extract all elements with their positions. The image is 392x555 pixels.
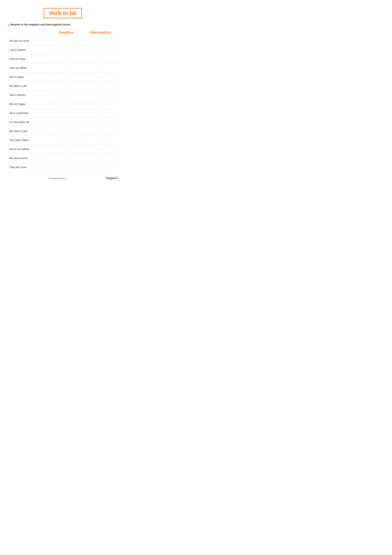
exercise-row: - She is thirteen. . . . . . . . . . . .… [8, 90, 118, 100]
negative-dots: . . . . . . . . . . . . . . . . . . [49, 163, 83, 172]
negative-dots: . . . . . . . . . . . . . . . . . . [49, 82, 83, 90]
page-number: 3 [116, 176, 118, 180]
negative-dots: . . . . . . . . . . . . . . . . . . [49, 37, 83, 45]
negative-dots: . . . . . . . . . . . . . . . . . . [49, 118, 83, 127]
sentence-text: - They are smart. [8, 164, 49, 170]
negative-dots: . . . . . . . . . . . . . . . . . . [49, 127, 83, 136]
sentence-text: - She is my mother. [8, 146, 49, 152]
interrogative-dots: . . . . . . . . . . . . . . . . . . [83, 127, 118, 136]
negative-dots: . . . . . . . . . . . . . . . . . . [49, 154, 83, 163]
exercise-row: - Patrick is tired. . . . . . . . . . . … [8, 54, 118, 63]
footer: © Pianetabambini.it Pagina 3 [8, 175, 118, 180]
negative-dots: . . . . . . . . . . . . . . . . . . [49, 91, 83, 100]
exercise-rows: - You are my uncle. . . . . . . . . . . … [8, 37, 118, 172]
sentence-text: - He is a good boy. [8, 110, 49, 116]
copyright-site: © Pianetabambini.it [48, 177, 66, 180]
negative-dots: . . . . . . . . . . . . . . . . . . [49, 73, 83, 81]
exercise-row: - Tom is angry. . . . . . . . . . . . . … [8, 73, 118, 81]
interrogative-dots: . . . . . . . . . . . . . . . . . . [83, 154, 118, 163]
interrogative-dots: . . . . . . . . . . . . . . . . . . [83, 82, 118, 90]
negative-dots: . . . . . . . . . . . . . . . . . . [49, 145, 83, 154]
interrogative-dots: . . . . . . . . . . . . . . . . . . [83, 37, 118, 45]
title-container: Verb to be [8, 8, 118, 18]
interrogative-dots: . . . . . . . . . . . . . . . . . . [83, 91, 118, 100]
exercise-row: - They are fifteen. . . . . . . . . . . … [8, 63, 118, 73]
bullet-point: • [8, 23, 9, 27]
sentence-text: - We are happy. [8, 101, 49, 107]
exercise-row: - Your dog is black. . . . . . . . . . .… [8, 136, 118, 145]
instruction-text: Rewrite in the negative and interrogativ… [10, 23, 71, 26]
sentence-text: - Patrick is tired. [8, 56, 49, 62]
exercise-row: - I'm nine years old. . . . . . . . . . … [8, 117, 118, 127]
exercise-row: - We are happy. . . . . . . . . . . . . … [8, 100, 118, 109]
page-info: Pagina 3 [106, 176, 118, 180]
sentence-text: - You are my uncle. [8, 38, 49, 44]
sentence-text: - Tom is angry. [8, 74, 49, 80]
interrogative-dots: . . . . . . . . . . . . . . . . . . [83, 73, 118, 81]
sentence-text: - They are fifteen. [8, 65, 49, 71]
footer-left: © Pianetabambini.it [8, 177, 106, 180]
exercise-row: - She is my mother. . . . . . . . . . . … [8, 145, 118, 154]
sentence-text: - We are at home. [8, 155, 49, 161]
exercise-row: - He is a good boy. . . . . . . . . . . … [8, 109, 118, 117]
interrogative-dots: . . . . . . . . . . . . . . . . . . [83, 45, 118, 54]
interrogative-dots: . . . . . . . . . . . . . . . . . . [83, 100, 118, 109]
table-area: Negative Interrogative - You are my uncl… [8, 30, 118, 172]
header-interrogative: Interrogative [83, 30, 118, 35]
exercise-row: - My father is old. . . . . . . . . . . … [8, 81, 118, 90]
exercise-row: - You are my uncle. . . . . . . . . . . … [8, 37, 118, 45]
interrogative-dots: . . . . . . . . . . . . . . . . . . [83, 145, 118, 154]
negative-dots: . . . . . . . . . . . . . . . . . . [49, 55, 83, 63]
title-text: Verb to be [49, 10, 77, 16]
sentence-text: - Your dog is black. [8, 137, 49, 143]
exercise-row: - My sister is sad. . . . . . . . . . . … [8, 127, 118, 136]
exercise-row: - They are smart. . . . . . . . . . . . … [8, 163, 118, 172]
negative-dots: . . . . . . . . . . . . . . . . . . [49, 64, 83, 73]
sentence-text: - I'm nine years old. [8, 119, 49, 125]
exercise-row: - We are at home. . . . . . . . . . . . … [8, 154, 118, 163]
instruction-row: • Rewrite in the negative and interrogat… [8, 23, 118, 27]
sentence-text: - I am a student. [8, 47, 49, 53]
negative-dots: . . . . . . . . . . . . . . . . . . [49, 100, 83, 109]
exercise-row: - I am a student. . . . . . . . . . . . … [8, 45, 118, 54]
sentence-text: - She is thirteen. [8, 92, 49, 98]
copyright-text: © Pianetabambini.it [48, 177, 66, 180]
interrogative-dots: . . . . . . . . . . . . . . . . . . [83, 109, 118, 117]
page-label: Pagina [106, 176, 115, 180]
interrogative-dots: . . . . . . . . . . . . . . . . . . [83, 55, 118, 63]
sentence-text: - My father is old. [8, 83, 49, 89]
interrogative-dots: . . . . . . . . . . . . . . . . . . [83, 163, 118, 172]
negative-dots: . . . . . . . . . . . . . . . . . . [49, 136, 83, 145]
negative-dots: . . . . . . . . . . . . . . . . . . [49, 45, 83, 54]
interrogative-dots: . . . . . . . . . . . . . . . . . . [83, 64, 118, 73]
interrogative-dots: . . . . . . . . . . . . . . . . . . [83, 136, 118, 145]
negative-dots: . . . . . . . . . . . . . . . . . . [49, 109, 83, 117]
sentence-text: - My sister is sad. [8, 128, 49, 134]
header-negative: Negative [49, 30, 83, 35]
interrogative-dots: . . . . . . . . . . . . . . . . . . [83, 118, 118, 127]
title-box: Verb to be [44, 8, 82, 18]
header-row: Negative Interrogative [8, 30, 118, 35]
